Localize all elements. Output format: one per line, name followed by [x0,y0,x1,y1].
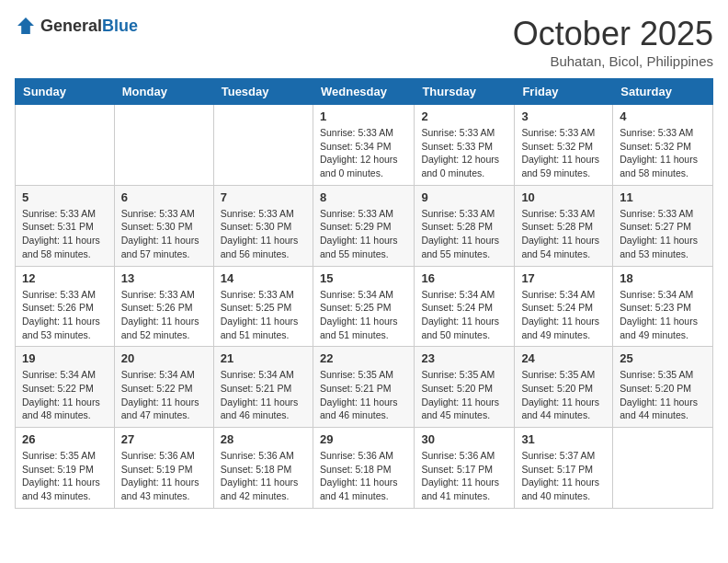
day-number: 31 [521,432,606,446]
weekday-header: Tuesday [213,79,313,105]
calendar-week-row: 12Sunrise: 5:33 AMSunset: 5:26 PMDayligh… [16,266,713,347]
calendar-cell: 7Sunrise: 5:33 AMSunset: 5:30 PMDaylight… [213,185,313,266]
weekday-header: Monday [114,79,213,105]
weekday-header: Friday [515,79,613,105]
day-info: Sunrise: 5:34 AMSunset: 5:24 PMDaylight:… [521,288,606,342]
calendar-cell: 9Sunrise: 5:33 AMSunset: 5:28 PMDaylight… [415,185,515,266]
day-info: Sunrise: 5:33 AMSunset: 5:25 PMDaylight:… [221,288,306,342]
day-info: Sunrise: 5:35 AMSunset: 5:20 PMDaylight:… [421,368,507,422]
day-number: 30 [421,432,507,446]
day-number: 12 [22,271,108,285]
logo-icon [15,15,37,37]
calendar-cell: 15Sunrise: 5:34 AMSunset: 5:25 PMDayligh… [313,266,414,347]
calendar-cell: 18Sunrise: 5:34 AMSunset: 5:23 PMDayligh… [613,266,713,347]
day-info: Sunrise: 5:33 AMSunset: 5:28 PMDaylight:… [521,207,606,261]
day-info: Sunrise: 5:34 AMSunset: 5:22 PMDaylight:… [22,368,108,422]
day-number: 26 [22,432,108,446]
calendar-cell: 21Sunrise: 5:34 AMSunset: 5:21 PMDayligh… [213,347,313,428]
day-info: Sunrise: 5:33 AMSunset: 5:33 PMDaylight:… [421,126,507,180]
day-number: 29 [320,432,407,446]
page-header: GeneralBlue October 2025 Buhatan, Bicol,… [15,15,713,69]
calendar-header-row: SundayMondayTuesdayWednesdayThursdayFrid… [16,79,713,105]
day-number: 28 [221,432,306,446]
day-info: Sunrise: 5:34 AMSunset: 5:21 PMDaylight:… [221,368,306,422]
day-number: 3 [521,109,606,123]
calendar-cell: 8Sunrise: 5:33 AMSunset: 5:29 PMDaylight… [313,185,414,266]
calendar-cell: 6Sunrise: 5:33 AMSunset: 5:30 PMDaylight… [114,185,213,266]
day-number: 6 [121,190,207,204]
day-info: Sunrise: 5:33 AMSunset: 5:30 PMDaylight:… [221,207,306,261]
calendar-week-row: 26Sunrise: 5:35 AMSunset: 5:19 PMDayligh… [16,428,713,509]
calendar-cell: 11Sunrise: 5:33 AMSunset: 5:27 PMDayligh… [613,185,713,266]
calendar-cell: 26Sunrise: 5:35 AMSunset: 5:19 PMDayligh… [16,428,115,509]
calendar-cell: 23Sunrise: 5:35 AMSunset: 5:20 PMDayligh… [415,347,515,428]
calendar-cell: 14Sunrise: 5:33 AMSunset: 5:25 PMDayligh… [213,266,313,347]
day-number: 18 [620,271,706,285]
day-number: 8 [320,190,407,204]
logo: GeneralBlue [15,15,138,37]
day-number: 25 [620,351,706,365]
calendar-cell: 24Sunrise: 5:35 AMSunset: 5:20 PMDayligh… [515,347,613,428]
calendar-cell: 1Sunrise: 5:33 AMSunset: 5:34 PMDaylight… [313,105,414,186]
day-info: Sunrise: 5:33 AMSunset: 5:26 PMDaylight:… [121,288,207,342]
calendar-table: SundayMondayTuesdayWednesdayThursdayFrid… [15,78,713,509]
weekday-header: Saturday [613,79,713,105]
calendar-cell [16,105,115,186]
calendar-cell: 27Sunrise: 5:36 AMSunset: 5:19 PMDayligh… [114,428,213,509]
day-number: 14 [221,271,306,285]
day-info: Sunrise: 5:33 AMSunset: 5:29 PMDaylight:… [320,207,407,261]
logo-blue: Blue [102,17,138,35]
day-number: 19 [22,351,108,365]
day-info: Sunrise: 5:33 AMSunset: 5:26 PMDaylight:… [22,288,108,342]
calendar-cell: 25Sunrise: 5:35 AMSunset: 5:20 PMDayligh… [613,347,713,428]
weekday-header: Thursday [415,79,515,105]
day-info: Sunrise: 5:34 AMSunset: 5:22 PMDaylight:… [121,368,207,422]
calendar-cell: 19Sunrise: 5:34 AMSunset: 5:22 PMDayligh… [16,347,115,428]
calendar-cell: 29Sunrise: 5:36 AMSunset: 5:18 PMDayligh… [313,428,414,509]
day-info: Sunrise: 5:33 AMSunset: 5:32 PMDaylight:… [521,126,606,180]
calendar-cell: 31Sunrise: 5:37 AMSunset: 5:17 PMDayligh… [515,428,613,509]
day-info: Sunrise: 5:35 AMSunset: 5:19 PMDaylight:… [22,449,108,503]
day-info: Sunrise: 5:34 AMSunset: 5:23 PMDaylight:… [620,288,706,342]
calendar-cell: 22Sunrise: 5:35 AMSunset: 5:21 PMDayligh… [313,347,414,428]
month-title: October 2025 [513,15,713,53]
svg-marker-0 [17,17,34,34]
day-number: 9 [421,190,507,204]
day-number: 13 [121,271,207,285]
day-info: Sunrise: 5:36 AMSunset: 5:17 PMDaylight:… [421,449,507,503]
calendar-week-row: 19Sunrise: 5:34 AMSunset: 5:22 PMDayligh… [16,347,713,428]
calendar-cell: 20Sunrise: 5:34 AMSunset: 5:22 PMDayligh… [114,347,213,428]
day-number: 16 [421,271,507,285]
day-info: Sunrise: 5:35 AMSunset: 5:20 PMDaylight:… [620,368,706,422]
day-number: 11 [620,190,706,204]
day-number: 2 [421,109,507,123]
day-info: Sunrise: 5:36 AMSunset: 5:18 PMDaylight:… [221,449,306,503]
day-info: Sunrise: 5:33 AMSunset: 5:27 PMDaylight:… [620,207,706,261]
calendar-cell: 4Sunrise: 5:33 AMSunset: 5:32 PMDaylight… [613,105,713,186]
logo-general: General [40,17,102,35]
calendar-week-row: 1Sunrise: 5:33 AMSunset: 5:34 PMDaylight… [16,105,713,186]
day-info: Sunrise: 5:33 AMSunset: 5:34 PMDaylight:… [320,126,407,180]
day-number: 15 [320,271,407,285]
day-number: 5 [22,190,108,204]
day-info: Sunrise: 5:34 AMSunset: 5:25 PMDaylight:… [320,288,407,342]
day-info: Sunrise: 5:35 AMSunset: 5:21 PMDaylight:… [320,368,407,422]
day-number: 22 [320,351,407,365]
day-info: Sunrise: 5:36 AMSunset: 5:19 PMDaylight:… [121,449,207,503]
calendar-cell: 10Sunrise: 5:33 AMSunset: 5:28 PMDayligh… [515,185,613,266]
calendar-cell: 30Sunrise: 5:36 AMSunset: 5:17 PMDayligh… [415,428,515,509]
day-number: 4 [620,109,706,123]
calendar-cell: 16Sunrise: 5:34 AMSunset: 5:24 PMDayligh… [415,266,515,347]
calendar-cell: 28Sunrise: 5:36 AMSunset: 5:18 PMDayligh… [213,428,313,509]
day-info: Sunrise: 5:33 AMSunset: 5:32 PMDaylight:… [620,126,706,180]
day-number: 21 [221,351,306,365]
title-block: October 2025 Buhatan, Bicol, Philippines [513,15,713,69]
calendar-cell [114,105,213,186]
weekday-header: Sunday [16,79,115,105]
day-info: Sunrise: 5:34 AMSunset: 5:24 PMDaylight:… [421,288,507,342]
day-info: Sunrise: 5:35 AMSunset: 5:20 PMDaylight:… [521,368,606,422]
calendar-cell [213,105,313,186]
location-title: Buhatan, Bicol, Philippines [513,53,713,69]
day-number: 7 [221,190,306,204]
calendar-cell: 17Sunrise: 5:34 AMSunset: 5:24 PMDayligh… [515,266,613,347]
